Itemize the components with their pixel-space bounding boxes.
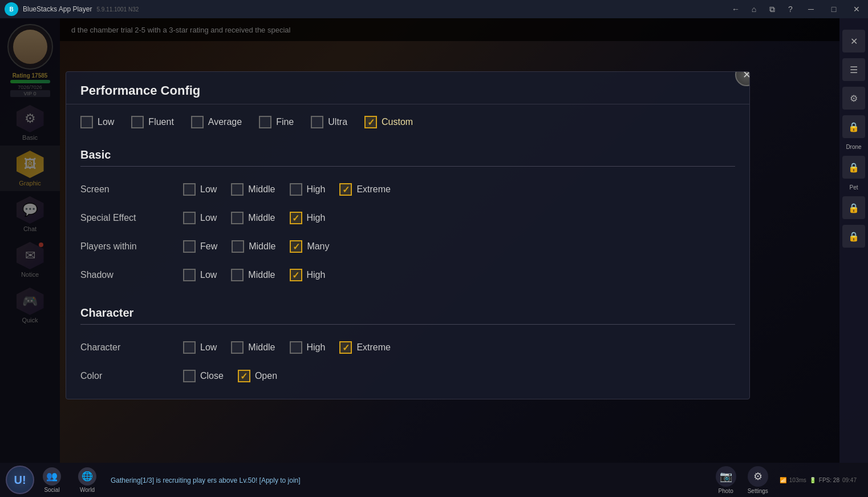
close-btn[interactable]: ✕ <box>845 0 868 18</box>
preset-ultra[interactable]: Ultra <box>311 116 347 128</box>
screen-middle[interactable]: Middle <box>231 183 275 196</box>
screen-low[interactable]: Low <box>183 183 217 196</box>
special-effect-high-cb[interactable]: ✓ <box>290 212 302 224</box>
character-row-label: Character <box>80 342 183 353</box>
preset-fine[interactable]: Fine <box>259 116 294 128</box>
character-low-cb[interactable] <box>183 341 196 354</box>
preset-fine-label: Fine <box>276 117 294 127</box>
shadow-high[interactable]: ✓ High <box>290 269 326 281</box>
character-middle[interactable]: Middle <box>231 341 275 354</box>
basic-section-title: Basic <box>80 148 735 167</box>
nav-back-btn[interactable]: ← <box>727 0 745 18</box>
nav-home-btn[interactable]: ⌂ <box>745 0 763 18</box>
shadow-high-label: High <box>307 270 326 280</box>
screen-extreme-label: Extreme <box>356 184 391 195</box>
color-open-label: Open <box>255 371 277 381</box>
players-few-label: Few <box>200 241 217 252</box>
shadow-middle-cb[interactable] <box>231 269 244 281</box>
maximize-btn[interactable]: □ <box>822 0 845 18</box>
screen-extreme-cb[interactable]: ✓ <box>339 183 352 196</box>
u-icon[interactable]: U! <box>6 466 34 494</box>
help-btn[interactable]: ? <box>781 0 800 18</box>
screen-high[interactable]: High <box>290 183 326 196</box>
right-settings-btn[interactable]: ⚙ <box>842 87 865 110</box>
screen-middle-cb[interactable] <box>231 183 244 196</box>
players-within-options: Few Middle ✓ Many <box>183 240 735 253</box>
special-effect-middle-cb[interactable] <box>231 212 244 224</box>
special-effect-low-cb[interactable] <box>183 212 196 224</box>
players-middle-cb[interactable] <box>232 240 244 253</box>
character-middle-cb[interactable] <box>231 341 244 354</box>
color-row-label: Color <box>80 371 183 381</box>
special-effect-middle-label: Middle <box>248 213 275 223</box>
players-few-cb[interactable] <box>183 240 196 253</box>
character-section: Character Character Low Middle High <box>66 298 749 399</box>
app-logo: B <box>5 2 18 16</box>
character-low-label: Low <box>200 342 217 353</box>
color-open-cb[interactable]: ✓ <box>238 370 250 382</box>
shadow-low-label: Low <box>200 270 217 280</box>
preset-ultra-checkbox[interactable] <box>311 116 323 128</box>
special-effect-low[interactable]: Low <box>183 212 217 224</box>
settings-button[interactable]: ⚙ Settings <box>742 466 774 494</box>
players-many-cb[interactable]: ✓ <box>290 240 302 253</box>
preset-low[interactable]: Low <box>80 116 114 128</box>
color-open[interactable]: ✓ Open <box>238 370 277 382</box>
preset-fluent[interactable]: Fluent <box>131 116 173 128</box>
world-label: World <box>80 487 95 493</box>
color-close-cb[interactable] <box>183 370 196 382</box>
players-many[interactable]: ✓ Many <box>290 240 329 253</box>
special-effect-options: Low Middle ✓ High <box>183 212 735 224</box>
battery-icon: 🔋 <box>809 477 816 483</box>
character-high[interactable]: High <box>290 341 326 354</box>
custom-check-icon: ✓ <box>367 117 375 128</box>
shadow-high-check-icon: ✓ <box>292 270 299 281</box>
preset-custom-label: Custom <box>382 117 413 127</box>
pet-label: Pet <box>849 184 858 191</box>
players-many-check-icon: ✓ <box>293 241 300 252</box>
photo-button[interactable]: 📷 Photo <box>710 466 742 494</box>
right-sidebar: ✕ ☰ ⚙ 🔒 Drone 🔒 Pet 🔒 🔒 <box>839 18 868 497</box>
preset-low-label: Low <box>98 117 114 127</box>
character-extreme-cb[interactable]: ✓ <box>339 341 352 354</box>
screen-high-cb[interactable] <box>290 183 302 196</box>
preset-fluent-checkbox[interactable] <box>131 116 144 128</box>
screen-row: Screen Low Middle High ✓ <box>80 175 735 204</box>
right-menu-btn[interactable]: ☰ <box>842 58 865 81</box>
preset-average-checkbox[interactable] <box>191 116 204 128</box>
shadow-middle[interactable]: Middle <box>231 269 275 281</box>
character-high-cb[interactable] <box>290 341 302 354</box>
shadow-options: Low Middle ✓ High <box>183 269 735 281</box>
special-effect-high-check-icon: ✓ <box>292 213 299 224</box>
preset-low-checkbox[interactable] <box>80 116 93 128</box>
screen-extreme[interactable]: ✓ Extreme <box>339 183 391 196</box>
players-few[interactable]: Few <box>183 240 217 253</box>
character-options: Low Middle High ✓ Extreme <box>183 341 735 354</box>
world-button[interactable]: 🌐 World <box>70 467 105 493</box>
character-row: Character Low Middle High ✓ <box>80 333 735 362</box>
preset-average[interactable]: Average <box>191 116 242 128</box>
minimize-btn[interactable]: ─ <box>800 0 822 18</box>
screen-low-cb[interactable] <box>183 183 196 196</box>
shadow-low-cb[interactable] <box>183 269 196 281</box>
preset-custom-checkbox[interactable]: ✓ <box>364 116 377 128</box>
right-close-btn[interactable]: ✕ <box>842 30 865 52</box>
shadow-low[interactable]: Low <box>183 269 217 281</box>
special-effect-high[interactable]: ✓ High <box>290 212 326 224</box>
character-extreme[interactable]: ✓ Extreme <box>339 341 391 354</box>
preset-fine-checkbox[interactable] <box>259 116 271 128</box>
right-lock2-btn: 🔒 <box>842 225 865 248</box>
app-version: 5.9.11.1001 N32 <box>96 6 139 13</box>
players-many-label: Many <box>307 241 329 252</box>
social-icon: 👥 <box>43 467 61 486</box>
color-close[interactable]: Close <box>183 370 224 382</box>
special-effect-middle[interactable]: Middle <box>231 212 275 224</box>
character-low[interactable]: Low <box>183 341 217 354</box>
social-button[interactable]: 👥 Social <box>34 467 70 493</box>
players-middle[interactable]: Middle <box>232 240 275 253</box>
shadow-high-cb[interactable]: ✓ <box>290 269 302 281</box>
special-effect-high-label: High <box>307 213 326 223</box>
presets-row: Low Fluent Average Fine Ultra <box>66 104 749 140</box>
preset-custom[interactable]: ✓ Custom <box>364 116 413 128</box>
nav-recent-btn[interactable]: ⧉ <box>763 0 781 18</box>
